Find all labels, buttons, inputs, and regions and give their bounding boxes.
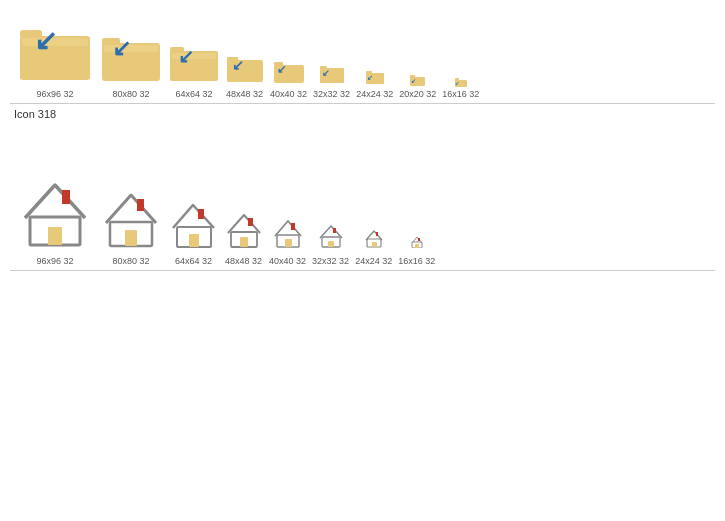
folder-icon-64: ↙ <box>170 41 218 85</box>
icon-cell-48[interactable]: ↙ 48x48 32 <box>226 52 263 99</box>
icon-label-20: 20x20 32 <box>399 89 436 99</box>
svg-rect-53 <box>415 244 419 248</box>
icon-318-label: Icon 318 <box>14 108 715 120</box>
icon-cell-32[interactable]: ↙ 32x32 32 <box>313 63 350 99</box>
house-icon-cell-40[interactable]: 40x40 32 <box>269 219 306 266</box>
house-label-40: 40x40 32 <box>269 256 306 266</box>
folder-icon-16: ↙ <box>455 74 467 85</box>
house-icon-16 <box>411 234 423 252</box>
house-label-64: 64x64 32 <box>175 256 212 266</box>
house-label-80: 80x80 32 <box>112 256 149 266</box>
icon-label-16: 16x16 32 <box>442 89 479 99</box>
svg-text:↙: ↙ <box>178 46 194 67</box>
icon-label-40: 40x40 32 <box>270 89 307 99</box>
svg-rect-39 <box>248 218 253 226</box>
svg-text:↙: ↙ <box>411 78 416 84</box>
icon-cell-40[interactable]: ↙ 40x40 32 <box>270 58 307 99</box>
svg-rect-44 <box>285 239 292 247</box>
house-icon-80 <box>102 191 160 252</box>
section-gap <box>10 140 715 170</box>
icon-label-24: 24x24 32 <box>356 89 393 99</box>
svg-text:↙: ↙ <box>277 63 286 75</box>
svg-rect-45 <box>333 228 336 233</box>
folder-icon-20: ↙ <box>410 72 425 85</box>
icon-cell-24[interactable]: ↙ 24x24 32 <box>356 69 393 99</box>
folder-icon-32: ↙ <box>320 63 344 85</box>
house-label-48: 48x48 32 <box>225 256 262 266</box>
house-icon-cell-48[interactable]: 48x48 32 <box>225 213 262 266</box>
svg-rect-38 <box>189 234 199 247</box>
house-label-24: 24x24 32 <box>355 256 392 266</box>
house-icon-48 <box>226 213 262 252</box>
folder-icon-40: ↙ <box>274 58 304 85</box>
house-icon-96 <box>20 180 90 252</box>
icon-label-96: 96x96 32 <box>36 89 73 99</box>
folder-icon-row: ↙ 96x96 32 ↙ 80x80 32 <box>10 10 715 104</box>
house-icon-cell-24[interactable]: 24x24 32 <box>355 230 392 266</box>
svg-text:↙: ↙ <box>232 57 244 73</box>
house-icon-64 <box>170 202 217 252</box>
svg-text:↙: ↙ <box>112 35 131 61</box>
icon-cell-64[interactable]: ↙ 64x64 32 <box>170 41 218 99</box>
svg-rect-33 <box>137 199 144 211</box>
house-icon-24 <box>365 230 383 252</box>
svg-rect-30 <box>62 190 70 204</box>
folder-icon-96: ↙ <box>20 20 90 85</box>
icon-cell-16[interactable]: ↙ 16x16 32 <box>442 74 479 99</box>
house-icon-cell-32[interactable]: 32x32 32 <box>312 225 349 266</box>
folder-icon-24: ↙ <box>366 69 384 85</box>
icon-label-64: 64x64 32 <box>175 89 212 99</box>
svg-text:↙: ↙ <box>455 80 459 86</box>
svg-rect-42 <box>291 223 295 230</box>
folder-icon-80: ↙ <box>102 30 160 85</box>
house-label-16: 16x16 32 <box>398 256 435 266</box>
icon-cell-96[interactable]: ↙ 96x96 32 <box>20 20 90 99</box>
svg-rect-48 <box>376 232 378 236</box>
house-label-96: 96x96 32 <box>36 256 73 266</box>
house-icon-cell-80[interactable]: 80x80 32 <box>102 191 160 266</box>
house-icon-cell-16[interactable]: 16x16 32 <box>398 234 435 266</box>
svg-rect-41 <box>240 237 248 247</box>
house-icon-40 <box>273 219 303 252</box>
house-icon-32 <box>319 225 343 252</box>
house-label-32: 32x32 32 <box>312 256 349 266</box>
house-icon-row: 96x96 32 80x80 32 <box>10 170 715 271</box>
icon-label-80: 80x80 32 <box>112 89 149 99</box>
svg-rect-47 <box>328 241 334 247</box>
svg-text:↙: ↙ <box>322 68 330 78</box>
svg-rect-36 <box>198 209 204 219</box>
svg-rect-51 <box>418 238 420 241</box>
svg-rect-32 <box>48 227 62 245</box>
icon-label-48: 48x48 32 <box>226 89 263 99</box>
main-page: ↙ 96x96 32 ↙ 80x80 32 <box>0 0 725 521</box>
icon-cell-20[interactable]: ↙ 20x20 32 <box>399 72 436 99</box>
svg-rect-35 <box>125 230 137 246</box>
icon-cell-80[interactable]: ↙ 80x80 32 <box>102 30 160 99</box>
svg-rect-50 <box>372 242 377 247</box>
house-icon-cell-96[interactable]: 96x96 32 <box>20 180 90 266</box>
icon-label-32: 32x32 32 <box>313 89 350 99</box>
house-icon-cell-64[interactable]: 64x64 32 <box>170 202 217 266</box>
svg-text:↙: ↙ <box>34 25 57 56</box>
svg-text:↙: ↙ <box>367 74 373 81</box>
folder-icon-48: ↙ <box>227 52 263 85</box>
